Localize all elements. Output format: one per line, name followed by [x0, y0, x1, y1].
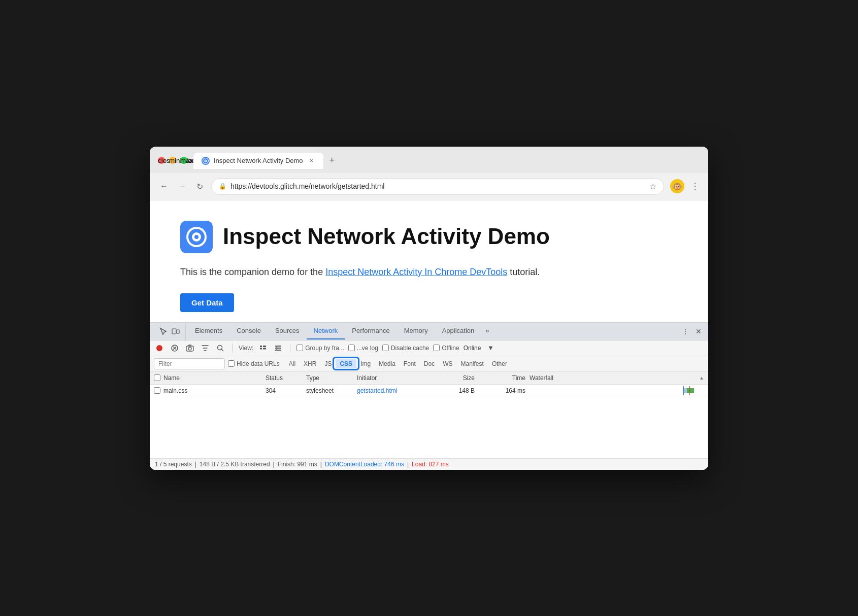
get-data-button[interactable]: Get Data: [180, 293, 234, 312]
load-time: Load: 827 ms: [412, 461, 449, 468]
filter-doc[interactable]: Doc: [420, 359, 439, 368]
url-bar[interactable]: 🔒 https://devtools.glitch.me/network/get…: [211, 178, 664, 195]
filter-css[interactable]: CSS: [336, 359, 356, 368]
hide-data-urls-label: Hide data URLs: [237, 360, 280, 367]
hide-data-urls-checkbox[interactable]: [228, 360, 235, 367]
tab-application[interactable]: Application: [435, 323, 482, 339]
tab-network[interactable]: Network: [307, 323, 345, 339]
reload-button[interactable]: ↻: [194, 180, 205, 193]
view-label: View:: [239, 345, 253, 352]
transferred-size: 148 B / 2.5 KB transferred: [200, 461, 270, 468]
filter-area-wrapper: Hide data URLs All XHR JS CSS Img Media …: [150, 356, 708, 372]
maximize-button[interactable]: maximize: [180, 157, 187, 164]
disable-cache-label: Disable cache: [391, 345, 429, 352]
waterfall-bar: [683, 388, 694, 393]
device-toggle-button[interactable]: [170, 326, 181, 337]
title-bar-top: close minimize maximize Inspect Network …: [158, 152, 700, 169]
chrome-menu-button[interactable]: ⋮: [690, 181, 700, 192]
tabs-row: Inspect Network Activity Demo ✕ +: [193, 152, 341, 169]
list-view-button[interactable]: [257, 343, 269, 354]
hide-data-urls-group: Hide data URLs: [228, 360, 280, 367]
select-all-checkbox[interactable]: [154, 374, 160, 381]
status-separator-2: |: [273, 461, 275, 468]
clear-button[interactable]: [169, 343, 180, 354]
col-waterfall-header: Waterfall ▲: [530, 374, 704, 382]
page-heading: Inspect Network Activity Demo: [180, 221, 678, 253]
group-by-frames-group: Group by fra...: [296, 345, 344, 352]
filter-input[interactable]: [154, 358, 225, 369]
tab-more[interactable]: »: [481, 323, 493, 339]
offline-checkbox[interactable]: [433, 345, 440, 351]
forward-button[interactable]: →: [176, 180, 188, 193]
filter-ws[interactable]: WS: [439, 359, 456, 368]
minimize-button[interactable]: minimize: [169, 157, 176, 164]
tab-performance[interactable]: Performance: [345, 323, 397, 339]
filter-manifest[interactable]: Manifest: [457, 359, 488, 368]
tab-close-button[interactable]: ✕: [307, 157, 315, 165]
filter-xhr[interactable]: XHR: [300, 359, 320, 368]
waterfall-view-button[interactable]: [273, 343, 284, 354]
svg-rect-10: [260, 348, 262, 349]
dom-content-loaded: DOMContentLoaded: 746 ms: [325, 461, 404, 468]
lock-icon: 🔒: [219, 183, 226, 190]
waterfall-receive: [687, 388, 694, 393]
table-row[interactable]: main.css 304 stylesheet getstarted.html …: [150, 385, 708, 397]
devtools-panel: Elements Console Sources Network Perform…: [150, 322, 708, 470]
bookmark-icon[interactable]: ☆: [649, 182, 656, 191]
table-empty-area: [150, 397, 708, 458]
network-toolbar: View: Group by fr: [150, 340, 708, 356]
filter-font[interactable]: Font: [400, 359, 420, 368]
devtools-tabs: Elements Console Sources Network Perform…: [150, 323, 708, 340]
tab-elements[interactable]: Elements: [188, 323, 229, 339]
close-button[interactable]: close: [158, 157, 165, 164]
svg-point-4: [156, 345, 162, 351]
filter-img[interactable]: Img: [356, 359, 375, 368]
filter-bar: Hide data URLs All XHR JS CSS Img Media …: [150, 356, 708, 372]
col-status-header: Status: [266, 374, 306, 382]
row-status: 304: [266, 387, 306, 394]
preserve-log-checkbox[interactable]: [348, 345, 355, 351]
disable-cache-checkbox[interactable]: [382, 345, 389, 351]
window-controls: close minimize maximize: [158, 157, 187, 164]
row-time: 164 ms: [479, 387, 530, 394]
devtools-link[interactable]: Inspect Network Activity In Chrome DevTo…: [325, 267, 507, 277]
row-initiator: getstarted.html: [357, 387, 438, 394]
svg-rect-9: [260, 346, 262, 347]
svg-rect-11: [263, 346, 266, 347]
requests-count: 1 / 5 requests: [155, 461, 192, 468]
devtools-settings-button[interactable]: ⋮: [680, 326, 691, 337]
group-by-frames-checkbox[interactable]: [296, 345, 303, 351]
offline-label: Offline: [442, 345, 459, 352]
back-button[interactable]: ←: [158, 180, 170, 193]
row-type: stylesheet: [306, 387, 357, 394]
screenshot-button[interactable]: [184, 343, 195, 354]
filter-all[interactable]: All: [285, 359, 300, 368]
avatar[interactable]: 🐵: [670, 179, 684, 193]
waterfall-label: Waterfall: [530, 374, 553, 382]
row-checkbox[interactable]: [154, 387, 160, 394]
search-button[interactable]: [215, 343, 226, 354]
address-bar: ← → ↻ 🔒 https://devtools.glitch.me/netwo…: [150, 173, 708, 200]
filter-button[interactable]: [200, 343, 211, 354]
filter-media[interactable]: Media: [375, 359, 400, 368]
throttle-dropdown-button[interactable]: ▼: [485, 343, 496, 354]
svg-rect-2: [172, 329, 176, 334]
tab-favicon: [202, 157, 210, 165]
new-tab-button[interactable]: +: [323, 152, 341, 169]
status-separator-3: |: [320, 461, 322, 468]
inspect-element-button[interactable]: [158, 326, 169, 337]
tab-sources[interactable]: Sources: [268, 323, 307, 339]
tab-memory[interactable]: Memory: [397, 323, 435, 339]
table-header: Name Status Type Initiator Size Time Wat…: [150, 372, 708, 385]
active-tab[interactable]: Inspect Network Activity Demo ✕: [193, 153, 323, 169]
filter-other[interactable]: Other: [488, 359, 511, 368]
initiator-link[interactable]: getstarted.html: [357, 387, 397, 394]
row-waterfall: [530, 388, 704, 394]
filter-js[interactable]: JS: [320, 359, 336, 368]
devtools-close-button[interactable]: ✕: [693, 326, 704, 337]
tab-console[interactable]: Console: [229, 323, 268, 339]
network-table: Name Status Type Initiator Size Time Wat…: [150, 372, 708, 458]
url-text: https://devtools.glitch.me/network/getst…: [230, 182, 645, 190]
svg-rect-15: [275, 350, 281, 351]
record-button[interactable]: [154, 343, 165, 354]
